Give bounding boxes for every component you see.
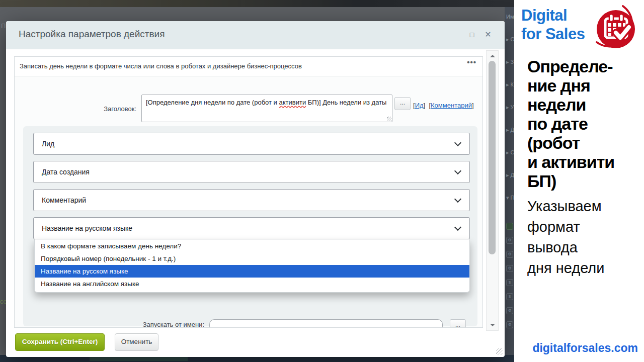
promo-heading: Определе- ние дня недели по дате (робот … <box>527 57 614 191</box>
background-list-item: ▸ О <box>505 35 514 57</box>
run-as-label: Запускать от имени: <box>99 321 204 328</box>
scroll-down-icon[interactable] <box>490 324 495 326</box>
promo-subtitle-line: дня недели <box>527 258 604 279</box>
title-textarea[interactable]: [Определение дня недели по дате (робот и… <box>141 95 392 122</box>
title-value-misspelled: активити <box>279 99 306 106</box>
save-button[interactable]: Сохранить (Ctrl+Enter) <box>15 333 105 351</box>
run-as-input[interactable] <box>209 319 443 328</box>
brand-line: Digital <box>521 6 585 25</box>
dialog-scrollbar[interactable] <box>486 50 499 331</box>
chevron-down-icon <box>454 167 461 174</box>
background-browser-bar <box>0 0 514 7</box>
cancel-button[interactable]: Отменить <box>115 333 158 351</box>
action-settings-dialog: Настройка параметров действия □ ✕ Записа… <box>6 21 505 357</box>
promo-panel: Digital for Sales Определе- ние дня неде… <box>514 0 644 362</box>
bracket: ] <box>424 102 426 109</box>
parameters-panel: Лид Дата создания Комментарий Название н… <box>23 126 477 326</box>
comment-link[interactable]: Комментарий <box>431 102 472 109</box>
background-list-item: ▸ З <box>505 57 514 80</box>
dropdown-option[interactable]: В каком формате записываем день недели? <box>35 240 469 252</box>
title-value-part: БП)] День недели из даты <box>306 99 386 106</box>
select-value: Дата создания <box>42 168 90 176</box>
background-text-fragment: П <box>1 22 6 30</box>
promo-heading-line: БП) <box>527 171 614 191</box>
promo-heading-line: недели <box>527 95 614 114</box>
background-list-item: Им <box>505 12 514 35</box>
promo-subtitle-line: вывода <box>527 237 604 258</box>
select-value: Название на русском языке <box>42 224 132 232</box>
title-value-part: [Определение дня недели по дате (робот и <box>146 99 279 106</box>
scroll-up-icon[interactable] <box>490 55 495 57</box>
dropdown-option[interactable]: Название на английском языке <box>35 278 469 290</box>
background-list-item: ▸ У <box>505 103 514 125</box>
dropdown-option[interactable]: Порядковый номер (понедельник - 1 и т.д.… <box>35 252 469 265</box>
brand-line: for Sales <box>521 25 585 43</box>
date-field-select[interactable]: Дата создания <box>33 161 470 183</box>
chevron-down-icon <box>454 224 461 231</box>
dollar-icon: $ <box>506 293 513 300</box>
website-url: digitalforsales.com <box>532 341 638 355</box>
run-as-more-button[interactable]: ... <box>450 319 466 328</box>
title-field-label: Заголовок: <box>65 105 136 113</box>
background-list-item: ▸ С <box>505 148 514 170</box>
select-value: Лид <box>42 140 54 148</box>
select-value: Комментарий <box>42 196 86 204</box>
textarea-resize-grip-icon[interactable] <box>387 117 391 121</box>
format-dropdown-list: В каком формате записываем день недели? … <box>34 239 470 293</box>
bracket: ] <box>472 102 474 109</box>
background-list-item: ▸ Д <box>505 170 514 193</box>
ellipsis-menu-icon[interactable]: ••• <box>467 58 476 66</box>
dialog-content: Записать день недели в формате числа или… <box>14 56 483 328</box>
title-more-button[interactable]: ... <box>394 97 411 110</box>
gear-icon: ⚙ <box>506 307 513 314</box>
dropdown-option-selected[interactable]: Название на русском языке <box>35 265 469 278</box>
background-list-item: ▸ К <box>505 80 514 103</box>
gear-icon: ⚙ <box>506 251 513 258</box>
format-select[interactable]: Название на русском языке <box>33 217 470 239</box>
action-description: Записать день недели в формате числа или… <box>20 62 302 70</box>
gear-icon: ⚙ <box>506 265 513 272</box>
id-link[interactable]: Ид <box>415 102 424 109</box>
promo-subtitle: Указываем формат вывода дня недели <box>527 196 604 279</box>
action-description-row: Записать день недели в формате числа или… <box>15 57 482 76</box>
gear-icon: ⚙ <box>506 237 513 244</box>
brand-name: Digital for Sales <box>521 6 585 43</box>
promo-heading-line: (робот <box>527 133 614 152</box>
dialog-title: Настройка параметров действия <box>19 29 165 40</box>
promo-heading-line: Определе- <box>527 57 614 76</box>
background-list-item: ▸ Д <box>505 125 514 148</box>
title-links: [Ид] [Комментарий] <box>413 102 474 109</box>
background-list-item: ▾ П <box>505 193 514 216</box>
background-sidebar-strip: Им ▸ О ▸ З ▸ К ▸ У ▸ Д ▸ С ▸ Д ▾ П ⚙ ⚙ ⚙… <box>505 7 514 355</box>
gear-icon: ⚙ <box>506 321 513 328</box>
promo-heading-line: по дате <box>527 114 614 133</box>
chevron-down-icon <box>454 196 461 203</box>
dialog-titlebar[interactable]: Настройка параметров действия □ ✕ <box>6 21 505 49</box>
dialog-resize-grip-icon[interactable] <box>496 348 503 355</box>
promo-subtitle-line: формат <box>527 217 604 237</box>
target-field-select[interactable]: Комментарий <box>33 189 470 211</box>
promo-heading-line: ние дня <box>527 76 614 95</box>
promo-heading-line: и активити <box>527 152 614 171</box>
dollar-icon: $ <box>506 279 513 286</box>
maximize-icon[interactable]: □ <box>466 31 477 39</box>
calendar-check-logo-icon <box>593 4 641 52</box>
promo-subtitle-line: Указываем <box>527 196 604 217</box>
chevron-down-icon <box>454 139 461 146</box>
close-icon[interactable]: ✕ <box>482 30 494 39</box>
scrollbar-thumb[interactable] <box>489 61 496 254</box>
document-type-select[interactable]: Лид <box>33 133 470 155</box>
robot-icon <box>506 223 513 230</box>
